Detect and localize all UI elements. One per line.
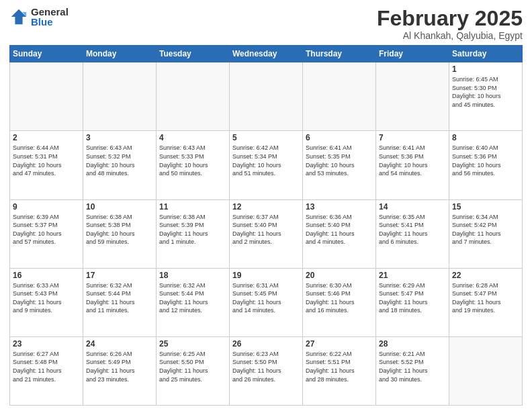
calendar-day — [230, 62, 303, 131]
header-row: Sunday Monday Tuesday Wednesday Thursday… — [10, 46, 523, 62]
day-number: 5 — [232, 133, 300, 142]
svg-marker-0 — [11, 9, 26, 24]
calendar-day: 24Sunrise: 6:26 AM Sunset: 5:49 PM Dayli… — [83, 336, 157, 405]
day-number: 14 — [379, 202, 446, 212]
day-number: 16 — [13, 271, 80, 280]
day-info: Sunrise: 6:43 AM Sunset: 5:32 PM Dayligh… — [86, 144, 153, 177]
calendar-week-2: 9Sunrise: 6:39 AM Sunset: 5:37 PM Daylig… — [10, 199, 523, 268]
day-number: 7 — [379, 133, 446, 142]
title-block: February 2025 Al Khankah, Qalyubia, Egyp… — [377, 7, 523, 41]
day-number: 2 — [13, 133, 80, 142]
day-number: 12 — [232, 202, 300, 212]
day-info: Sunrise: 6:28 AM Sunset: 5:47 PM Dayligh… — [452, 281, 519, 315]
calendar-day: 1Sunrise: 6:45 AM Sunset: 5:30 PM Daylig… — [449, 62, 523, 131]
day-info: Sunrise: 6:39 AM Sunset: 5:37 PM Dayligh… — [13, 213, 80, 246]
calendar-day: 7Sunrise: 6:41 AM Sunset: 5:36 PM Daylig… — [376, 131, 449, 199]
day-info: Sunrise: 6:27 AM Sunset: 5:48 PM Dayligh… — [13, 350, 80, 383]
logo-text: General Blue — [31, 7, 69, 27]
day-number: 1 — [452, 64, 519, 74]
day-info: Sunrise: 6:34 AM Sunset: 5:42 PM Dayligh… — [452, 213, 519, 246]
day-info: Sunrise: 6:33 AM Sunset: 5:43 PM Dayligh… — [13, 281, 80, 315]
day-number: 8 — [452, 133, 519, 142]
day-info: Sunrise: 6:35 AM Sunset: 5:41 PM Dayligh… — [379, 213, 446, 246]
col-sunday: Sunday — [10, 46, 83, 62]
day-number: 9 — [13, 202, 80, 212]
calendar-day: 3Sunrise: 6:43 AM Sunset: 5:32 PM Daylig… — [83, 131, 157, 199]
day-number: 4 — [159, 133, 226, 142]
day-info: Sunrise: 6:31 AM Sunset: 5:45 PM Dayligh… — [232, 281, 300, 315]
calendar-day — [376, 62, 449, 131]
day-info: Sunrise: 6:29 AM Sunset: 5:47 PM Dayligh… — [379, 281, 446, 315]
day-info: Sunrise: 6:38 AM Sunset: 5:38 PM Dayligh… — [86, 213, 153, 246]
calendar-day — [157, 62, 230, 131]
day-info: Sunrise: 6:21 AM Sunset: 5:52 PM Dayligh… — [379, 350, 446, 383]
calendar-week-0: 1Sunrise: 6:45 AM Sunset: 5:30 PM Daylig… — [10, 62, 523, 131]
day-number: 11 — [159, 202, 226, 212]
day-info: Sunrise: 6:22 AM Sunset: 5:51 PM Dayligh… — [306, 350, 373, 383]
logo-icon — [9, 7, 28, 26]
day-info: Sunrise: 6:38 AM Sunset: 5:39 PM Dayligh… — [159, 213, 226, 246]
calendar-subtitle: Al Khankah, Qalyubia, Egypt — [377, 30, 523, 41]
col-monday: Monday — [83, 46, 157, 62]
col-saturday: Saturday — [449, 46, 523, 62]
day-info: Sunrise: 6:32 AM Sunset: 5:44 PM Dayligh… — [159, 281, 226, 315]
calendar-title: February 2025 — [377, 7, 523, 30]
calendar-day: 6Sunrise: 6:41 AM Sunset: 5:35 PM Daylig… — [303, 131, 376, 199]
logo-general: General — [31, 7, 69, 17]
header: General Blue February 2025 Al Khankah, Q… — [9, 7, 523, 41]
day-number: 21 — [379, 271, 446, 280]
col-wednesday: Wednesday — [230, 46, 303, 62]
col-thursday: Thursday — [303, 46, 376, 62]
calendar-day: 2Sunrise: 6:44 AM Sunset: 5:31 PM Daylig… — [10, 131, 83, 199]
day-number: 23 — [13, 339, 80, 349]
day-number: 10 — [86, 202, 153, 212]
calendar-week-4: 23Sunrise: 6:27 AM Sunset: 5:48 PM Dayli… — [10, 336, 523, 405]
day-number: 6 — [306, 133, 373, 142]
calendar-day: 22Sunrise: 6:28 AM Sunset: 5:47 PM Dayli… — [449, 268, 523, 336]
day-info: Sunrise: 6:30 AM Sunset: 5:46 PM Dayligh… — [306, 281, 373, 315]
day-number: 17 — [86, 271, 153, 280]
calendar-day: 8Sunrise: 6:40 AM Sunset: 5:36 PM Daylig… — [449, 131, 523, 199]
calendar-day: 17Sunrise: 6:32 AM Sunset: 5:44 PM Dayli… — [83, 268, 157, 336]
day-number: 18 — [159, 271, 226, 280]
calendar-day: 18Sunrise: 6:32 AM Sunset: 5:44 PM Dayli… — [157, 268, 230, 336]
day-number: 19 — [232, 271, 300, 280]
page: General Blue February 2025 Al Khankah, Q… — [0, 0, 532, 411]
day-number: 20 — [306, 271, 373, 280]
calendar-day: 16Sunrise: 6:33 AM Sunset: 5:43 PM Dayli… — [10, 268, 83, 336]
day-info: Sunrise: 6:40 AM Sunset: 5:36 PM Dayligh… — [452, 144, 519, 177]
day-number: 3 — [86, 133, 153, 142]
day-info: Sunrise: 6:42 AM Sunset: 5:34 PM Dayligh… — [232, 144, 300, 177]
day-number: 26 — [232, 339, 300, 349]
calendar-day — [83, 62, 157, 131]
day-info: Sunrise: 6:36 AM Sunset: 5:40 PM Dayligh… — [306, 213, 373, 246]
calendar-day: 23Sunrise: 6:27 AM Sunset: 5:48 PM Dayli… — [10, 336, 83, 405]
day-info: Sunrise: 6:37 AM Sunset: 5:40 PM Dayligh… — [232, 213, 300, 246]
calendar-table: Sunday Monday Tuesday Wednesday Thursday… — [9, 45, 523, 406]
calendar-day: 20Sunrise: 6:30 AM Sunset: 5:46 PM Dayli… — [303, 268, 376, 336]
col-tuesday: Tuesday — [157, 46, 230, 62]
calendar-day: 11Sunrise: 6:38 AM Sunset: 5:39 PM Dayli… — [157, 199, 230, 268]
calendar-day: 5Sunrise: 6:42 AM Sunset: 5:34 PM Daylig… — [230, 131, 303, 199]
day-number: 15 — [452, 202, 519, 212]
day-number: 28 — [379, 339, 446, 349]
calendar-day: 21Sunrise: 6:29 AM Sunset: 5:47 PM Dayli… — [376, 268, 449, 336]
calendar-day: 10Sunrise: 6:38 AM Sunset: 5:38 PM Dayli… — [83, 199, 157, 268]
logo-blue: Blue — [31, 17, 69, 27]
calendar-day — [449, 336, 523, 405]
calendar-week-1: 2Sunrise: 6:44 AM Sunset: 5:31 PM Daylig… — [10, 131, 523, 199]
day-number: 24 — [86, 339, 153, 349]
day-info: Sunrise: 6:41 AM Sunset: 5:35 PM Dayligh… — [306, 144, 373, 177]
calendar-day: 9Sunrise: 6:39 AM Sunset: 5:37 PM Daylig… — [10, 199, 83, 268]
logo: General Blue — [9, 7, 69, 27]
day-info: Sunrise: 6:26 AM Sunset: 5:49 PM Dayligh… — [86, 350, 153, 383]
calendar-day: 27Sunrise: 6:22 AM Sunset: 5:51 PM Dayli… — [303, 336, 376, 405]
day-info: Sunrise: 6:23 AM Sunset: 5:50 PM Dayligh… — [232, 350, 300, 383]
calendar-day: 4Sunrise: 6:43 AM Sunset: 5:33 PM Daylig… — [157, 131, 230, 199]
calendar-day: 12Sunrise: 6:37 AM Sunset: 5:40 PM Dayli… — [230, 199, 303, 268]
calendar-day — [10, 62, 83, 131]
day-info: Sunrise: 6:25 AM Sunset: 5:50 PM Dayligh… — [159, 350, 226, 383]
calendar-day: 26Sunrise: 6:23 AM Sunset: 5:50 PM Dayli… — [230, 336, 303, 405]
day-number: 25 — [159, 339, 226, 349]
calendar-week-3: 16Sunrise: 6:33 AM Sunset: 5:43 PM Dayli… — [10, 268, 523, 336]
